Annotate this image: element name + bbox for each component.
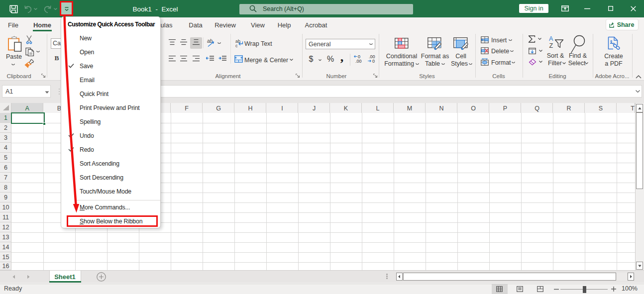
svg-text:.00: .00 bbox=[355, 59, 362, 63]
svg-text:0: 0 bbox=[372, 59, 375, 63]
svg-text:A: A bbox=[549, 35, 553, 42]
svg-text:c: c bbox=[235, 43, 238, 48]
svg-text:Z: Z bbox=[549, 42, 553, 48]
